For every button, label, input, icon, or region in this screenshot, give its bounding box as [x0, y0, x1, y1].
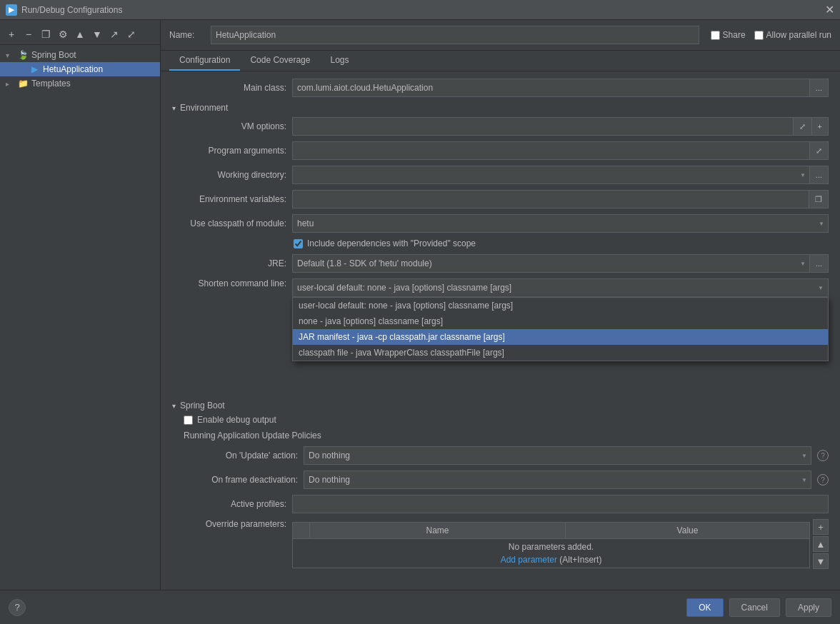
on-update-select-wrapper: Do nothing — [304, 446, 811, 465]
springboot-group-arrow: ▾ — [6, 51, 14, 59]
tab-configuration[interactable]: Configuration — [169, 51, 240, 71]
on-update-help-icon[interactable]: ? — [817, 450, 829, 461]
sidebar-item-springboot-group[interactable]: ▾ 🍃 Spring Boot — [0, 48, 160, 62]
help-button[interactable]: ? — [9, 599, 26, 616]
env-vars-copy-button[interactable]: ❐ — [809, 190, 829, 208]
expand-config-button[interactable]: ⤢ — [124, 27, 139, 41]
share-checkbox[interactable] — [711, 31, 720, 40]
program-args-row: Program arguments: ⤢ — [172, 141, 829, 160]
dropdown-option-jar-manifest[interactable]: JAR manifest - java -cp classpath.jar cl… — [293, 329, 828, 345]
program-args-input[interactable] — [292, 141, 810, 160]
sidebar: + − ❐ ⚙ ▲ ▼ ↗ ⤢ ▾ 🍃 Spring Boot ▶ HetuAp… — [0, 20, 161, 590]
copy-config-button[interactable]: ❐ — [39, 27, 53, 41]
params-scroll-up-button[interactable]: ▲ — [813, 536, 829, 552]
shorten-cmd-container: user-local default: none - java [options… — [292, 278, 829, 297]
vm-options-expand-button[interactable]: ⤢ — [794, 117, 812, 136]
springboot-section: ▾ Spring Boot Enable debug output Runnin… — [172, 401, 829, 569]
move-down-button[interactable]: ▼ — [90, 27, 104, 41]
allow-parallel-label[interactable]: Allow parallel run — [754, 30, 831, 40]
jre-label: JRE: — [172, 258, 286, 268]
ok-button[interactable]: OK — [686, 598, 723, 617]
env-vars-input[interactable] — [292, 190, 809, 208]
env-vars-row: Environment variables: ❐ — [172, 190, 829, 208]
settings-config-button[interactable]: ⚙ — [56, 27, 70, 41]
working-dir-select[interactable] — [292, 166, 810, 184]
on-update-label: On 'Update' action: — [184, 451, 298, 461]
springboot-section-arrow[interactable]: ▾ — [172, 402, 176, 410]
jre-input-group: Default (1.8 - SDK of 'hetu' module) ... — [292, 254, 829, 273]
include-deps-label[interactable]: Include dependencies with "Provided" sco… — [307, 238, 476, 248]
params-add-button[interactable]: + — [813, 519, 829, 535]
enable-debug-checkbox[interactable] — [184, 416, 193, 425]
main-class-browse-button[interactable]: ... — [810, 79, 829, 97]
share-checkbox-label[interactable]: Share — [711, 30, 746, 40]
remove-config-button[interactable]: − — [21, 27, 36, 41]
sidebar-item-springboot-label: Spring Boot — [31, 50, 154, 60]
environment-arrow[interactable]: ▾ — [172, 104, 176, 112]
override-params-row: Override parameters: Name Value — [172, 519, 829, 569]
vm-options-row: VM options: ⤢ + — [172, 117, 829, 136]
active-profiles-input[interactable] — [292, 495, 829, 513]
dropdown-option-user-local[interactable]: user-local default: none - java [options… — [293, 298, 828, 313]
dropdown-option-none[interactable]: none - java [options] classname [args] — [293, 313, 828, 329]
working-dir-row: Working directory: ... — [172, 166, 829, 184]
shorten-cmd-dropdown: user-local default: none - java [options… — [292, 297, 829, 361]
program-args-expand-button[interactable]: ⤢ — [810, 141, 829, 160]
vm-options-input-group: ⤢ + — [292, 117, 829, 136]
on-frame-select[interactable]: Do nothing — [304, 470, 811, 489]
active-profiles-label: Active profiles: — [172, 499, 286, 509]
tab-logs[interactable]: Logs — [320, 51, 359, 71]
name-row: Name: Share Allow parallel run — [161, 20, 840, 51]
shorten-cmd-selected[interactable]: user-local default: none - java [options… — [292, 278, 829, 297]
allow-parallel-checkbox[interactable] — [754, 31, 764, 40]
on-update-select[interactable]: Do nothing — [304, 446, 811, 465]
working-dir-label: Working directory: — [172, 170, 286, 180]
working-dir-browse-button[interactable]: ... — [810, 166, 829, 184]
include-deps-row: Include dependencies with "Provided" sco… — [172, 238, 829, 248]
vm-options-browse-button[interactable]: + — [812, 117, 829, 136]
params-table-wrapper: Name Value No parameters added. — [292, 519, 810, 569]
tab-code-coverage[interactable]: Code Coverage — [240, 51, 320, 71]
jre-select[interactable]: Default (1.8 - SDK of 'hetu' module) — [292, 254, 810, 273]
enable-debug-label[interactable]: Enable debug output — [197, 415, 276, 425]
dropdown-option-classpath-file[interactable]: classpath file - java WrapperClass class… — [293, 345, 828, 361]
templates-group-icon: 📁 — [17, 79, 29, 89]
include-deps-checkbox[interactable] — [294, 239, 303, 248]
close-button[interactable]: ✕ — [825, 4, 834, 16]
params-scroll-down-button[interactable]: ▼ — [813, 553, 829, 569]
main-class-input[interactable] — [292, 79, 810, 97]
no-params-text: No parameters added. — [299, 542, 804, 552]
bottom-left: ? — [9, 599, 26, 616]
add-config-button[interactable]: + — [4, 27, 19, 41]
env-vars-label: Environment variables: — [172, 194, 286, 204]
move-up-button[interactable]: ▲ — [73, 27, 87, 41]
main-class-input-group: ... — [292, 79, 829, 97]
vm-options-label: VM options: — [172, 121, 286, 131]
bottom-right: OK Cancel Apply — [686, 598, 831, 617]
share-config-button[interactable]: ↗ — [107, 27, 121, 41]
on-frame-help-icon[interactable]: ? — [817, 474, 829, 485]
shorten-cmd-row: Shorten command line: user-local default… — [172, 278, 829, 297]
vm-options-input[interactable] — [292, 117, 794, 136]
program-args-label: Program arguments: — [172, 146, 286, 156]
on-frame-select-wrapper: Do nothing — [304, 470, 811, 489]
apply-button[interactable]: Apply — [786, 598, 831, 617]
title-bar: ▶ Run/Debug Configurations ✕ — [0, 0, 840, 20]
on-frame-row: On frame deactivation: Do nothing ? — [184, 470, 829, 489]
cancel-button[interactable]: Cancel — [729, 598, 780, 617]
environment-label: Environment — [180, 103, 228, 113]
params-empty-area: No parameters added. Add parameter (Alt+… — [293, 539, 810, 568]
sidebar-item-templates-group[interactable]: ▸ 📁 Templates — [0, 76, 160, 91]
on-update-row: On 'Update' action: Do nothing ? — [184, 446, 829, 465]
main-container: + − ❐ ⚙ ▲ ▼ ↗ ⤢ ▾ 🍃 Spring Boot ▶ HetuAp… — [0, 20, 840, 590]
bottom-bar: ? OK Cancel Apply — [0, 590, 840, 624]
jre-browse-button[interactable]: ... — [810, 254, 829, 273]
add-param-link[interactable]: Add parameter — [501, 555, 557, 565]
classpath-module-select[interactable]: hetu — [292, 214, 829, 233]
override-params-label: Override parameters: — [172, 519, 286, 529]
name-input[interactable] — [211, 26, 699, 44]
sidebar-item-hetu-app[interactable]: ▶ HetuApplication — [0, 62, 160, 76]
classpath-module-label: Use classpath of module: — [172, 218, 286, 228]
environment-header: ▾ Environment — [172, 103, 829, 113]
classpath-module-select-wrapper: hetu — [292, 214, 829, 233]
